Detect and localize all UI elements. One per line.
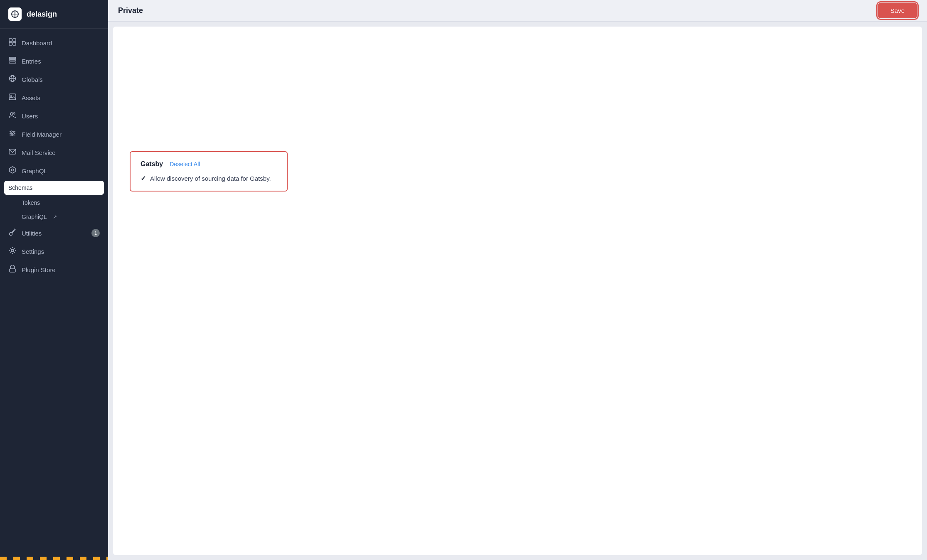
settings-icon [8,247,17,256]
gatsby-card-header: Gatsby Deselect All [141,160,277,168]
users-icon [8,111,17,120]
sidebar-item-label: Entries [22,58,41,65]
top-bar: Private Save [108,0,927,22]
deselect-all-link[interactable]: Deselect All [170,161,200,167]
gatsby-title: Gatsby [141,160,163,168]
field-manager-icon [8,130,17,139]
main-area: Private Save Gatsby Deselect All ✓ Allow… [108,0,927,560]
svg-rect-9 [9,62,16,63]
sidebar-item-label: Mail Service [22,149,56,156]
sidebar-item-utilities[interactable]: Utilities 1 [0,224,108,242]
checkmark-icon: ✓ [141,174,146,182]
svg-point-21 [13,133,15,134]
svg-point-15 [10,113,13,115]
sidebar-item-dashboard[interactable]: Dashboard [0,34,108,52]
graphql-icon [8,166,17,175]
sidebar: delasign Dashboard [0,0,108,560]
globals-icon [8,75,17,84]
sidebar-item-users[interactable]: Users [0,107,108,125]
svg-point-27 [11,249,14,252]
svg-rect-6 [13,42,16,45]
svg-rect-13 [9,94,16,100]
mail-icon [8,148,17,157]
schemas-label: Schemas [8,184,32,191]
gatsby-option: ✓ Allow discovery of sourcing data for G… [141,174,277,182]
assets-icon [8,93,17,102]
sidebar-item-globals[interactable]: Globals [0,70,108,88]
external-link-icon: ↗ [53,214,57,220]
sidebar-item-entries[interactable]: Entries [0,52,108,70]
sidebar-item-label: Assets [22,94,40,101]
sidebar-bottom-stripe [0,557,108,560]
svg-rect-5 [9,42,12,45]
svg-point-25 [12,169,14,171]
sidebar-sub-graphiql[interactable]: GraphiQL ↗ [0,210,108,224]
app-name: delasign [27,10,57,19]
svg-rect-4 [13,39,16,42]
svg-rect-3 [9,39,12,42]
utilities-badge: 1 [91,229,100,237]
sidebar-item-assets[interactable]: Assets [0,88,108,107]
svg-marker-24 [10,167,15,173]
sidebar-item-graphql[interactable]: GraphQL [0,162,108,180]
app-logo[interactable]: delasign [0,0,108,29]
sidebar-sub-schemas[interactable]: Schemas [4,181,104,195]
svg-rect-28 [10,269,15,272]
page-title: Private [118,6,143,15]
graphiql-label: GraphiQL [22,214,47,220]
svg-point-20 [10,131,12,133]
sidebar-item-mail-service[interactable]: Mail Service [0,143,108,162]
sidebar-item-label: Globals [22,76,43,83]
svg-rect-23 [9,149,16,154]
entries-icon [8,56,17,66]
gatsby-option-label: Allow discovery of sourcing data for Gat… [150,175,271,182]
sidebar-item-field-manager[interactable]: Field Manager [0,125,108,143]
svg-rect-8 [9,60,16,61]
sidebar-item-label: Plugin Store [22,266,56,273]
svg-rect-7 [9,57,16,59]
sidebar-item-plugin-store[interactable]: Plugin Store [0,260,108,279]
svg-point-22 [11,134,12,136]
sidebar-item-label: GraphQL [22,167,47,174]
sidebar-nav: Dashboard Entries Globals [0,29,108,557]
dashboard-icon [8,38,17,47]
content-area: Gatsby Deselect All ✓ Allow discovery of… [113,27,922,555]
plugin-store-icon [8,265,17,274]
tokens-label: Tokens [22,199,40,206]
sidebar-item-label: Utilities [22,230,42,237]
sidebar-item-settings[interactable]: Settings [0,242,108,260]
sidebar-item-label: Settings [22,248,44,255]
sidebar-sub-tokens[interactable]: Tokens [0,196,108,210]
sidebar-item-label: Dashboard [22,39,52,47]
save-button[interactable]: Save [878,3,917,18]
sidebar-item-label: Field Manager [22,131,62,138]
sidebar-item-label: Users [22,113,38,120]
svg-point-26 [10,233,12,236]
svg-point-16 [13,113,15,114]
utilities-icon [8,228,17,238]
gatsby-card: Gatsby Deselect All ✓ Allow discovery of… [130,151,288,192]
logo-icon [8,7,22,21]
